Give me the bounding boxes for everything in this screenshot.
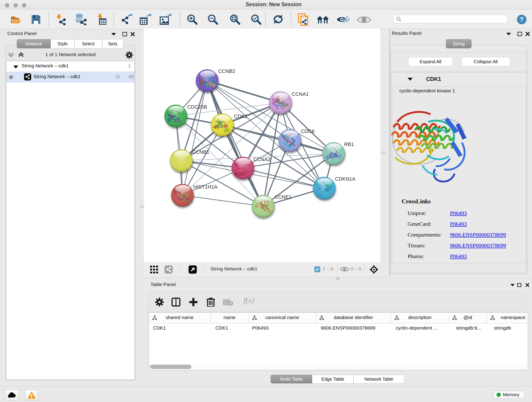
svg-text:CCNA2: CCNA2 (253, 157, 271, 162)
svg-text:CDC25B: CDC25B (187, 104, 207, 110)
svg-text:RB1: RB1 (344, 141, 354, 147)
svg-text:CCNB2: CCNB2 (218, 68, 235, 74)
svg-text:?: ? (520, 16, 524, 23)
svg-text:CDC6: CDC6 (301, 128, 315, 134)
svg-text:CDKN1A: CDKN1A (335, 176, 355, 182)
svg-text:CCNE1: CCNE1 (274, 194, 292, 200)
svg-text:CCNA1: CCNA1 (292, 91, 309, 97)
svg-text:HIST1H1A: HIST1H1A (193, 184, 217, 190)
svg-text:CDK1: CDK1 (234, 114, 247, 119)
svg-text:CCNB1: CCNB1 (192, 149, 209, 155)
